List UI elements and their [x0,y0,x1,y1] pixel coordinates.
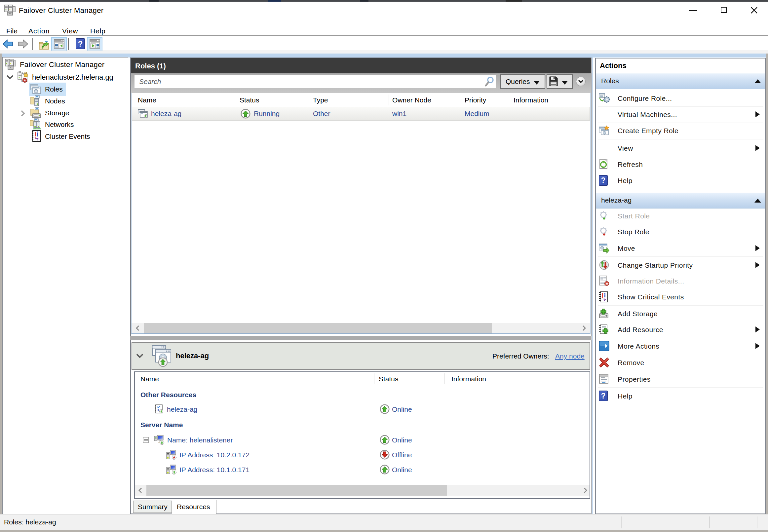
svg-text:?: ? [78,39,83,48]
svg-text:?: ? [601,176,605,185]
svg-text:?: ? [601,392,605,400]
